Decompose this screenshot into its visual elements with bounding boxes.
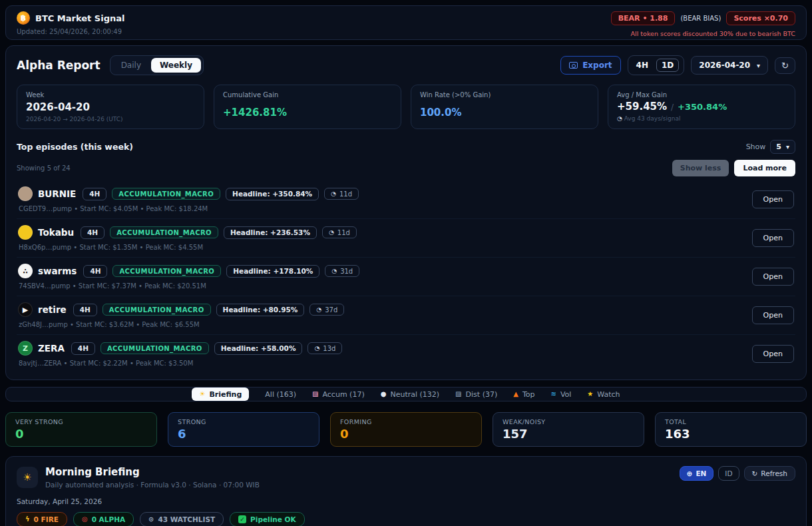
open-button[interactable]: Open — [752, 190, 794, 208]
token-details: 8avjtj…ZERA • Start MC: $2.22M • Peak MC… — [19, 360, 342, 367]
filter-all[interactable]: All (163) — [265, 390, 296, 399]
max-gain-value: +350.84% — [678, 102, 727, 112]
filter-vol[interactable]: ≋ Vol — [550, 390, 571, 399]
episode-row: ▶ retire 4H ACCUMULATION_MACRO Headline:… — [17, 296, 795, 334]
show-less-button[interactable]: Show less — [672, 160, 729, 176]
signal-tag-badge: ACCUMULATION_MACRO — [110, 226, 218, 238]
headline-gain-badge: Headline: +178.10% — [226, 265, 319, 278]
token-avatar: ▶ — [18, 302, 33, 317]
open-button[interactable]: Open — [752, 306, 794, 324]
pipeline-badge: ✓ Pipeline OK — [230, 512, 304, 526]
summary-label: TOTAL — [665, 418, 797, 425]
date-select[interactable]: 2026-04-20 ▾ — [691, 56, 768, 75]
show-count-select[interactable]: 5 ▾ — [770, 140, 795, 154]
token-name: BURNIE — [38, 188, 76, 199]
briefing-subtitle: Daily automated analysis · Formula v3.0 … — [45, 481, 260, 489]
load-more-button[interactable]: Load more — [734, 160, 795, 176]
alpha-badge: ◎ 0 ALPHA — [73, 512, 134, 526]
top-episodes-title: Top episodes (this week) — [17, 142, 133, 152]
fire-badge: ϟ 0 FIRE — [17, 512, 67, 526]
signal-tag-badge: ACCUMULATION_MACRO — [101, 342, 209, 354]
globe-icon: ⊕ — [687, 469, 693, 477]
language-id-button[interactable]: ID — [718, 466, 739, 481]
stat-label: Cumulative Gain — [223, 91, 392, 99]
bias-label: (BEAR BIAS) — [680, 15, 721, 22]
weekly-stats-row: Week 2026-04-20 2026-04-20 → 2026-04-26 … — [17, 85, 795, 129]
bitcoin-icon: ฿ — [17, 11, 30, 25]
stat-label: Avg / Max Gain — [617, 91, 786, 99]
signal-summary-row: VERY STRONG 0 STRONG 6 FORMING 0 WEAK/NO… — [5, 412, 807, 447]
clock-icon: ◔ — [617, 115, 622, 122]
filter-top[interactable]: ▲ Top — [513, 390, 534, 399]
open-button[interactable]: Open — [752, 345, 794, 363]
refresh-icon: ↻ — [752, 469, 758, 477]
open-button[interactable]: Open — [752, 268, 794, 286]
briefing-status-badges: ϟ 0 FIRE ◎ 0 ALPHA ⊙ 43 WATCHLIST ✓ Pipe… — [17, 512, 795, 526]
wave-icon: ≋ — [550, 391, 556, 397]
filter-watch[interactable]: ★ Watch — [587, 390, 620, 399]
token-details: H8xQ6p…pump • Start MC: $1.35M • Peak MC… — [19, 244, 357, 251]
age-badge: ◔31d — [325, 265, 359, 277]
language-en-button[interactable]: ⊕ EN — [680, 466, 714, 481]
stat-label: Win Rate (>0% Gain) — [420, 91, 589, 99]
signal-tag-badge: ACCUMULATION_MACRO — [112, 188, 220, 200]
headline-gain-badge: Headline: +58.00% — [214, 342, 303, 355]
summary-card: WEAK/NOISY 157 — [493, 412, 644, 447]
refresh-button[interactable]: ↻ — [775, 57, 795, 74]
token-avatar: Z — [18, 341, 33, 356]
token-name: Tokabu — [38, 227, 74, 238]
flame-icon: ▲ — [513, 391, 518, 397]
week-stat-card: Week 2026-04-20 2026-04-20 → 2026-04-26 … — [17, 85, 204, 129]
timeframe-1d-button[interactable]: 1D — [656, 59, 679, 72]
age-badge: ◔13d — [307, 342, 342, 354]
target-icon: ◎ — [82, 516, 88, 523]
summary-value: 0 — [340, 427, 472, 441]
token-avatar — [18, 225, 33, 240]
summary-card: TOTAL 163 — [655, 412, 807, 447]
summary-card: VERY STRONG 0 — [5, 412, 157, 447]
episode-row: Z ZERA 4H ACCUMULATION_MACRO Headline: +… — [17, 334, 795, 373]
headline-gain-badge: Headline: +236.53% — [224, 226, 317, 239]
discount-warning-text: All token scores discounted 30% due to b… — [611, 30, 795, 37]
token-details: 74SBV4…pump • Start MC: $7.37M • Peak MC… — [19, 282, 359, 290]
timeframe-4h-button[interactable]: 4H — [633, 59, 652, 71]
tab-weekly[interactable]: Weekly — [151, 58, 201, 73]
week-range: 2026-04-20 → 2026-04-26 (UTC) — [26, 116, 195, 123]
eye-icon: ⊙ — [148, 516, 154, 523]
open-button[interactable]: Open — [752, 229, 794, 247]
sun-icon: ☀ — [199, 391, 205, 397]
filter-neutral[interactable]: ● Neutral (132) — [381, 390, 439, 399]
watchlist-badge: ⊙ 43 WATCHLIST — [140, 512, 224, 526]
briefing-refresh-button[interactable]: ↻ Refresh — [744, 466, 795, 481]
chevron-down-icon: ▾ — [786, 143, 789, 150]
filter-accum[interactable]: ▨ Accum (17) — [312, 390, 365, 399]
age-badge: ◔11d — [324, 188, 359, 200]
neutral-dot-icon: ● — [381, 391, 387, 397]
sun-icon: ☀ — [17, 467, 38, 488]
summary-label: WEAK/NOISY — [503, 418, 634, 425]
episode-row: BURNIE 4H ACCUMULATION_MACRO Headline: +… — [17, 180, 795, 218]
avg-gain-value: +59.45% — [617, 101, 667, 113]
clock-icon: ◔ — [331, 190, 336, 197]
filter-dist[interactable]: ▨ Dist (37) — [455, 390, 497, 399]
episode-row: Tokabu 4H ACCUMULATION_MACRO Headline: +… — [17, 218, 795, 257]
briefing-date: Saturday, April 25, 2026 — [17, 497, 795, 505]
clock-icon: ◔ — [329, 229, 334, 236]
daily-weekly-toggle: Daily Weekly — [110, 55, 204, 75]
summary-value: 163 — [665, 427, 797, 441]
token-name: retire — [38, 304, 67, 315]
episodes-list: BURNIE 4H ACCUMULATION_MACRO Headline: +… — [17, 180, 795, 373]
alpha-report-title: Alpha Report — [17, 59, 101, 72]
clock-icon: ◔ — [314, 345, 319, 352]
export-button[interactable]: Export — [560, 56, 620, 75]
bolt-icon: ϟ — [25, 516, 30, 523]
tab-daily[interactable]: Daily — [112, 58, 150, 73]
avg-days-note: ◔ Avg 43 days/signal — [617, 115, 786, 122]
timeframe-badge: 4H — [71, 342, 95, 355]
cumulative-gain-card: Cumulative Gain +1426.81% — [214, 85, 401, 129]
filter-briefing[interactable]: ☀ Briefing — [192, 388, 249, 401]
summary-label: STRONG — [178, 418, 309, 425]
age-badge: ◔11d — [322, 226, 357, 238]
token-avatar: ∴ — [18, 264, 33, 278]
morning-briefing-panel: ☀ Morning Briefing Daily automated analy… — [5, 456, 807, 526]
